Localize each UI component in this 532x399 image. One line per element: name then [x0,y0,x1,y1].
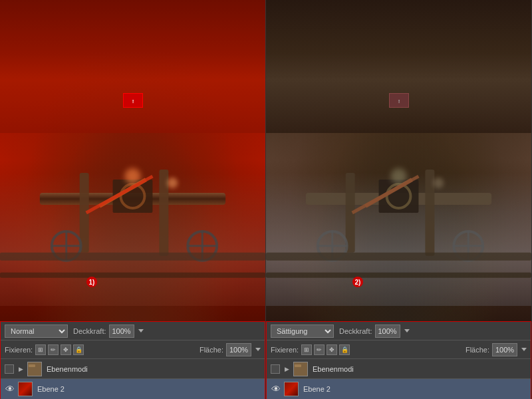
left-mode-row: Normal Sättigung Multiplizieren Bildschi… [1,322,265,340]
right-fill-arrow[interactable] [521,348,527,351]
right-fix-icons: ⊞ ✏ ✥ 🔒 [301,344,350,355]
right-mode-select[interactable]: Sättigung Normal Multiplizieren Bildschi… [271,325,334,338]
right-opacity-input[interactable] [375,325,400,338]
left-opacity-label: Deckkraft: [73,327,106,335]
right-layer-thumb [284,382,299,396]
left-fix-row: Fixieren: ⊞ ✏ ✥ 🔒 Fläche: [1,340,265,359]
left-mode-select[interactable]: Normal Sättigung Multiplizieren Bildschi… [5,325,68,338]
left-folder-checkbox[interactable] [5,364,14,374]
left-steam [0,173,265,306]
right-layer-name: Ebene 2 [303,385,331,393]
right-sign: ! [389,93,409,108]
left-layer-eye[interactable]: 👁 [5,384,15,394]
right-folder-name: Ebenenmodi [313,365,354,373]
left-opacity-arrow[interactable] [138,329,144,332]
right-mode-row: Sättigung Normal Multiplizieren Bildschi… [267,322,531,340]
right-folder-expand[interactable]: ▶ [283,365,291,373]
right-fill-input[interactable] [492,343,517,356]
right-fix-label: Fixieren: [271,346,299,354]
right-wall [266,0,531,133]
left-wall [0,0,265,133]
right-fill-label: Fläche: [466,346,489,354]
svg-rect-19 [29,366,42,375]
right-layer-image[interactable]: 👁 Ebene 2 [267,379,531,399]
right-steam [266,173,531,306]
left-layer-image[interactable]: 👁 Ebene 2 [1,379,265,399]
left-panel: ! [0,0,266,399]
right-fix-move[interactable]: ✥ [327,344,337,355]
left-layer-name: Ebene 2 [37,385,65,393]
left-fix-brush[interactable]: ✏ [48,344,59,355]
left-layers-panel: Normal Sättigung Multiplizieren Bildschi… [0,321,265,399]
right-fix-grid[interactable]: ⊞ [301,344,312,355]
svg-rect-40 [295,366,308,375]
left-badge: 1) [86,277,97,287]
right-layers-panel: Sättigung Normal Multiplizieren Bildschi… [266,321,531,399]
right-folder-thumb [293,362,308,376]
left-folder-thumb [27,362,42,376]
svg-text:!: ! [398,98,400,104]
right-badge: 2) [352,277,363,287]
right-folder-checkbox[interactable] [271,364,280,374]
right-opacity-label: Deckkraft: [339,327,372,335]
left-folder-name: Ebenenmodi [47,365,88,373]
left-fix-grid[interactable]: ⊞ [35,344,46,355]
left-fix-move[interactable]: ✥ [61,344,71,355]
left-folder-expand[interactable]: ▶ [17,365,25,373]
left-fill-label: Fläche: [200,346,223,354]
right-fix-row: Fixieren: ⊞ ✏ ✥ 🔒 Fläche: [267,340,531,359]
left-fix-label: Fixieren: [5,346,33,354]
right-layer-eye[interactable]: 👁 [271,384,281,394]
right-panel: ! Sättigung Normal Multiplizieren Bildsc… [266,0,532,399]
svg-rect-41 [295,364,301,367]
right-fix-brush[interactable]: ✏ [314,344,325,355]
left-sign: ! [123,93,143,108]
right-layer-folder[interactable]: ▶ Ebenenmodi [267,359,531,379]
left-fill-input[interactable] [226,343,251,356]
left-fix-lock[interactable]: 🔒 [73,344,84,355]
left-fill-arrow[interactable] [255,348,261,351]
left-layer-thumb [18,382,33,396]
right-opacity-arrow[interactable] [404,329,410,332]
right-fix-lock[interactable]: 🔒 [339,344,350,355]
left-fix-icons: ⊞ ✏ ✥ 🔒 [35,344,84,355]
svg-text:!: ! [132,98,134,104]
left-opacity-input[interactable] [109,325,134,338]
left-layer-folder[interactable]: ▶ Ebenenmodi [1,359,265,379]
svg-rect-20 [29,364,35,367]
